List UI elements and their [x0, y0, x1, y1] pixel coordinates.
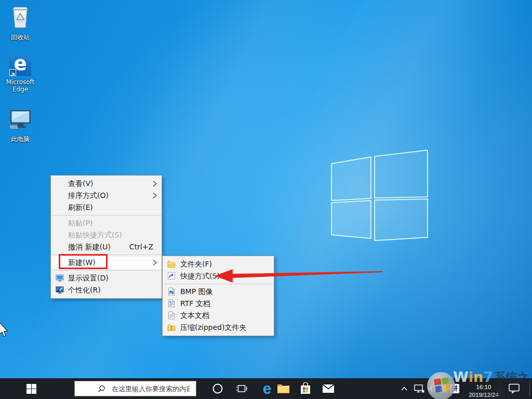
recycle-bin-icon	[10, 4, 31, 29]
desktop-screen: 回收站 e Microsoft Edge 此电脑 查看(V)	[0, 0, 532, 399]
action-center-icon	[509, 383, 520, 394]
ime-language-indicator[interactable]: 英	[437, 378, 449, 399]
windows-start-icon	[26, 384, 36, 394]
menu-item-undo-new[interactable]: 撤消 新建(U) Ctrl+Z	[51, 241, 162, 253]
desktop-icon-label: 回收站	[0, 34, 41, 41]
action-center-button[interactable]	[507, 378, 522, 399]
desktop-icon-recycle-bin[interactable]: 回收站	[0, 4, 41, 41]
clock-time: 16:10	[465, 383, 502, 391]
personalization-icon	[56, 286, 64, 294]
windows-logo-wallpaper	[327, 147, 431, 245]
taskbar: e	[0, 378, 532, 399]
menu-item-label: 排序方式(O)	[68, 191, 109, 200]
this-pc-icon	[8, 108, 32, 131]
desktop-icon-label: 此电脑	[0, 136, 41, 143]
shortcut-arrow-overlay-icon	[9, 69, 16, 76]
clock-date: 2019/12/24	[465, 391, 502, 399]
desktop-icon-this-pc[interactable]: 此电脑	[0, 108, 41, 143]
rtf-document-icon	[167, 299, 176, 308]
cortana-button[interactable]	[207, 378, 228, 399]
menu-item-personalize[interactable]: 个性化(R)	[51, 284, 162, 296]
network-tray-button[interactable]	[413, 378, 426, 399]
tray-hidden-icons-button[interactable]	[399, 378, 409, 399]
menu-separator	[51, 215, 161, 216]
search-input[interactable]	[111, 384, 191, 393]
task-view-icon	[236, 384, 248, 393]
taskbar-search-box[interactable]	[74, 381, 196, 396]
file-explorer-icon	[277, 383, 290, 394]
text-document-icon	[167, 311, 176, 320]
mail-icon	[322, 384, 335, 393]
menu-item-display-settings[interactable]: 显示设置(D)	[51, 272, 162, 284]
volume-icon	[428, 384, 437, 393]
menu-item-label: 撤消 新建(U)	[68, 243, 111, 251]
annotation-red-arrow	[208, 262, 387, 286]
file-explorer-button[interactable]	[273, 378, 294, 399]
menu-item-shortcut: Ctrl+Z	[129, 241, 153, 253]
microsoft-store-button[interactable]	[295, 378, 316, 399]
microsoft-store-icon	[300, 382, 311, 395]
desktop-icon-label: Microsoft Edge	[0, 78, 41, 93]
taskbar-clock[interactable]: 16:10 2019/12/24	[465, 381, 502, 399]
menu-separator	[51, 270, 161, 271]
submenu-item-label: BMP 图像	[180, 287, 213, 296]
chevron-up-icon	[401, 387, 407, 391]
mouse-cursor	[0, 322, 11, 338]
submenu-item-text-document[interactable]: 文本文档	[163, 310, 274, 322]
network-icon	[414, 384, 424, 393]
zipped-folder-icon	[167, 323, 176, 331]
submenu-item-rtf-document[interactable]: RTF 文档	[163, 298, 274, 310]
menu-item-view[interactable]: 查看(V)	[51, 178, 162, 190]
ime-mode-indicator[interactable]: 拼	[450, 378, 459, 399]
submenu-item-zipped-folder[interactable]: 压缩(zipped)文件夹	[163, 322, 274, 334]
submenu-item-label: 压缩(zipped)文件夹	[180, 323, 246, 331]
show-desktop-divider[interactable]	[529, 381, 530, 396]
bmp-image-icon	[167, 287, 176, 296]
menu-item-label: 粘贴快捷方式(S)	[68, 231, 122, 239]
chevron-right-icon	[153, 192, 157, 199]
desktop-icon-microsoft-edge[interactable]: e Microsoft Edge	[0, 54, 41, 93]
mail-button[interactable]	[318, 378, 339, 399]
menu-item-label: 刷新(E)	[68, 203, 93, 211]
display-settings-icon	[56, 274, 64, 282]
submenu-item-label: 文件夹(F)	[180, 260, 212, 268]
folder-icon	[167, 260, 176, 268]
search-icon	[98, 385, 105, 393]
chevron-right-icon	[153, 259, 157, 266]
menu-item-label: 粘贴(P)	[68, 219, 92, 227]
volume-tray-button[interactable]	[426, 378, 438, 399]
start-button[interactable]	[19, 378, 44, 399]
chevron-right-icon	[153, 180, 157, 187]
menu-item-sort-by[interactable]: 排序方式(O)	[51, 190, 162, 202]
desktop-context-menu: 查看(V) 排序方式(O) 刷新(E) 粘贴(P) 粘贴快捷方式(S) 撤消 新…	[50, 175, 162, 299]
ime-pinyin-icon: 拼	[450, 384, 459, 393]
menu-item-label: 显示设置(D)	[68, 274, 109, 282]
shortcut-icon	[167, 272, 176, 280]
menu-item-paste-shortcut: 粘贴快捷方式(S)	[51, 229, 162, 241]
submenu-item-bmp-image[interactable]: BMP 图像	[163, 286, 274, 298]
edge-icon: e	[9, 54, 31, 76]
task-view-button[interactable]	[232, 378, 252, 399]
annotation-red-box	[59, 254, 108, 269]
menu-item-label: 个性化(R)	[68, 286, 101, 294]
menu-item-refresh[interactable]: 刷新(E)	[51, 202, 162, 214]
edge-browser-icon: e	[263, 379, 272, 398]
submenu-item-label: RTF 文档	[180, 299, 210, 308]
menu-item-label: 查看(V)	[68, 179, 94, 188]
submenu-item-label: 文本文档	[180, 311, 209, 320]
cortana-icon	[212, 383, 223, 394]
menu-item-paste: 粘贴(P)	[51, 217, 162, 229]
